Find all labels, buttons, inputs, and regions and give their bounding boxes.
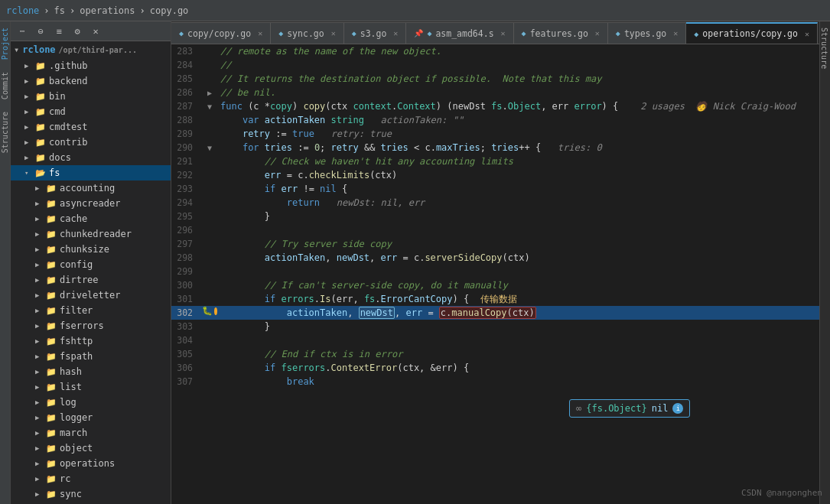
code-line-296: 296 (171, 223, 819, 237)
tree-item-sync[interactable]: ▶📁sync (11, 486, 171, 502)
tree-item-march[interactable]: ▶📁march (11, 425, 171, 441)
tree-item-backend[interactable]: ▶📁backend (11, 73, 171, 89)
code-line-288: 288 var actionTaken string actionTaken: … (171, 113, 819, 127)
title-sep1: › (44, 5, 49, 16)
tree-item-accounting[interactable]: ▶📁accounting (11, 180, 171, 196)
tree-item-dirtree[interactable]: ▶📁dirtree (11, 272, 171, 288)
right-tab-structure[interactable]: Structure (820, 21, 830, 75)
left-tab-commit[interactable]: Commit (0, 66, 11, 106)
tree-item-cmdtest[interactable]: ▶📁cmdtest (11, 119, 171, 135)
tree-item-fspath[interactable]: ▶📁fspath (11, 349, 171, 364)
popup-value: nil (652, 403, 669, 414)
tree-item-docs[interactable]: ▶📁docs (11, 150, 171, 165)
editor-area[interactable]: 283 // remote as the name of the new obj… (171, 44, 819, 504)
tab-copy-copy[interactable]: ◆ copy/copy.go ✕ (171, 22, 271, 44)
tree-toolbar-settings[interactable]: ⚙ (69, 23, 86, 40)
fold-286[interactable]: ▶ (207, 89, 212, 97)
tab-icon-features: ◆ (522, 29, 526, 37)
tree-item-log[interactable]: ▶📁log (11, 395, 171, 410)
tab-close-operations[interactable]: ✕ (805, 30, 809, 38)
left-tabs-panel: Project Commit Structure (0, 21, 11, 504)
code-line-300: 300 // If can't server-side copy, do it … (171, 278, 819, 292)
watermark: CSDN @nangonghen (741, 488, 822, 498)
tree-item-asyncreader[interactable]: ▶📁asyncreader (11, 196, 171, 211)
tree-item-list[interactable]: ▶📁list (11, 379, 171, 395)
tab-features[interactable]: ◆ features.go ✕ (514, 22, 608, 44)
tab-close-asm[interactable]: ✕ (501, 29, 506, 37)
tab-close-types[interactable]: ✕ (673, 29, 678, 37)
title-copygo: copy.go (150, 5, 189, 16)
tab-label-types: types.go (624, 28, 666, 39)
left-tab-project[interactable]: Project (0, 21, 11, 66)
left-tab-structure[interactable]: Structure (0, 106, 11, 159)
popup-info-button[interactable]: i (672, 403, 683, 414)
title-sep2: › (70, 5, 75, 16)
tree-item-github[interactable]: ▶📁.github (11, 58, 171, 73)
tree-item-driveletter[interactable]: ▶📁driveletter (11, 288, 171, 303)
tab-close-s3[interactable]: ✕ (393, 29, 398, 37)
tree-item-config[interactable]: ▶📁config (11, 257, 171, 272)
tree-item-rc[interactable]: ▶📁rc (11, 471, 171, 486)
code-line-303: 303 } (171, 320, 819, 333)
code-line-295: 295 } (171, 210, 819, 223)
code-line-286: 286 ▶ // be nil. (171, 86, 819, 99)
editor-section: ◆ copy/copy.go ✕ ◆ sync.go ✕ ◆ s3.go ✕ 📌… (171, 21, 819, 504)
tree-item-object[interactable]: ▶📁object (11, 441, 171, 456)
tree-item-fserrors[interactable]: ▶📁fserrors (11, 318, 171, 333)
bug-icon-302: 🐛 (202, 306, 213, 316)
tree-item-fs[interactable]: ▾📂fs (11, 165, 171, 180)
code-line-293: 293 if err != nil { (171, 182, 819, 196)
tab-icon-operations: ◆ (694, 30, 698, 38)
tree-item-bin[interactable]: ▶📁bin (11, 89, 171, 104)
code-line-298: 298 actionTaken, newDst, err = c.serverS… (171, 251, 819, 265)
tree-root-label: rclone (22, 44, 55, 55)
code-line-305: 305 // End if ctx is in error (171, 347, 819, 361)
code-line-285: 285 // It returns the destination object… (171, 72, 819, 86)
tree-item-cache[interactable]: ▶📁cache (11, 211, 171, 226)
tab-s3[interactable]: ◆ s3.go ✕ (344, 22, 407, 44)
popup-infinity: ∞ (576, 403, 581, 414)
tree-item-operations[interactable]: ▶📁operations (11, 456, 171, 471)
tree-root-rclone[interactable]: ▾ rclone /opt/third-par... (11, 41, 171, 58)
tree-item-contrib[interactable]: ▶📁contrib (11, 135, 171, 150)
tab-types[interactable]: ◆ types.go ✕ (608, 22, 686, 44)
tree-toolbar-collapse[interactable]: ⊖ (32, 23, 49, 40)
tree-item-chunksize[interactable]: ▶📁chunksize (11, 242, 171, 257)
code-line-297: 297 // Try server side copy (171, 237, 819, 251)
popup-type: {fs.Object} (586, 403, 646, 414)
tab-label-features: features.go (530, 28, 588, 39)
tab-close-features[interactable]: ✕ (595, 29, 600, 37)
tree-toolbar-expand[interactable]: ≡ (50, 23, 67, 40)
tree-toolbar-close[interactable]: ✕ (87, 23, 104, 40)
tree-item-chunkedreader[interactable]: ▶📁chunkedreader (11, 226, 171, 242)
tab-operations-copy[interactable]: ◆ operations/copy.go ✕ (686, 22, 818, 44)
code-line-302[interactable]: 302 🐛 actionTaken, newDst, err = c.manua… (171, 306, 819, 320)
tab-close-sync[interactable]: ✕ (331, 29, 336, 37)
right-panel: Structure (819, 21, 830, 504)
code-line-284: 284 // (171, 58, 819, 72)
title-fs: fs (54, 5, 65, 16)
fold-290[interactable]: ▼ (207, 144, 212, 152)
tabs-bar: ◆ copy/copy.go ✕ ◆ sync.go ✕ ◆ s3.go ✕ 📌… (171, 21, 819, 44)
tab-close-copy[interactable]: ✕ (258, 29, 262, 37)
code-line-287: 287 ▼ func (c *copy) copy(ctx context.Co… (171, 99, 819, 113)
inline-popup: ∞ {fs.Object} nil i (569, 399, 690, 418)
code-line-294: 294 return newDst: nil, err (171, 196, 819, 210)
tree-item-fshttp[interactable]: ▶📁fshttp (11, 333, 171, 349)
code-line-283: 283 // remote as the name of the new obj… (171, 44, 819, 58)
tree-item-cmd[interactable]: ▶📁cmd (11, 104, 171, 119)
tab-icon-types: ◆ (616, 29, 620, 37)
fold-287[interactable]: ▼ (207, 102, 212, 111)
bookmark-dot-302 (214, 307, 217, 315)
tree-item-filter[interactable]: ▶📁filter (11, 303, 171, 318)
tab-asm[interactable]: 📌 ◆ asm_amd64.s ✕ (406, 22, 513, 44)
tree-toolbar-dots[interactable]: ⋯ (14, 23, 31, 40)
tree-item-hash[interactable]: ▶📁hash (11, 364, 171, 379)
tab-sync[interactable]: ◆ sync.go ✕ (271, 22, 344, 44)
tab-label-s3: s3.go (360, 28, 387, 39)
code-line-289: 289 retry := true retry: true (171, 127, 819, 141)
title-sep3: › (140, 5, 145, 16)
main-area: Project Commit Structure ⋯ ⊖ ≡ ⚙ ✕ ▾ rcl… (0, 21, 830, 504)
tab-icon-asm: ◆ (427, 29, 431, 37)
tree-item-logger[interactable]: ▶📁logger (11, 410, 171, 425)
